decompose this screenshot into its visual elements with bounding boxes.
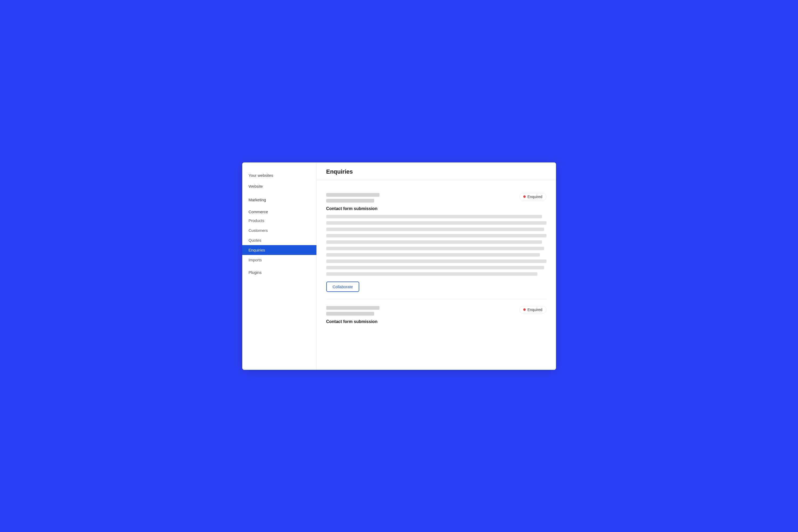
app-window: Your websites Website Marketing Commerce… <box>242 163 556 370</box>
skeleton-content-1 <box>326 215 547 276</box>
skeleton-cl-1-9 <box>326 266 544 269</box>
sidebar-section-top: Your websites Website <box>242 170 317 192</box>
skeleton-cl-1-4 <box>326 234 547 238</box>
skeleton-name-1 <box>326 193 379 197</box>
sidebar-section-plugins: Plugins <box>242 267 317 278</box>
skeleton-cl-1-6 <box>326 247 544 250</box>
content-area: Enquired Contact form submission <box>317 180 556 342</box>
skeleton-cl-1-10 <box>326 272 538 276</box>
skeleton-name-2 <box>326 306 379 310</box>
enquiry-meta-2 <box>326 306 379 316</box>
status-badge-2: Enquired <box>519 306 546 314</box>
sidebar-item-your-websites[interactable]: Your websites <box>242 170 317 181</box>
page-header: Enquiries <box>317 163 556 180</box>
enquiry-meta-1 <box>326 193 379 203</box>
sidebar-item-enquiries[interactable]: Enquiries <box>242 245 317 255</box>
sidebar-section-commerce-label: Commerce <box>242 206 317 216</box>
sidebar-section-marketing-label[interactable]: Marketing <box>242 194 317 204</box>
skeleton-cl-1-7 <box>326 253 540 256</box>
skeleton-cl-1-2 <box>326 221 547 225</box>
skeleton-cl-1-8 <box>326 260 547 263</box>
sidebar-section-commerce: Commerce Products Customers Quotes Enqui… <box>242 206 317 265</box>
enquiry-type-1: Contact form submission <box>326 206 547 211</box>
status-label-2: Enquired <box>527 308 542 312</box>
enquiry-card-1-header: Enquired <box>326 193 547 203</box>
enquiry-card-1: Enquired Contact form submission <box>326 187 547 300</box>
sidebar-item-website[interactable]: Website <box>242 181 317 192</box>
sidebar-item-imports[interactable]: Imports <box>242 255 317 265</box>
sidebar: Your websites Website Marketing Commerce… <box>242 163 317 370</box>
status-dot-2 <box>523 308 526 311</box>
enquiry-card-2-header: Enquired <box>326 306 547 316</box>
enquiry-type-2: Contact form submission <box>326 319 547 324</box>
skeleton-cl-1-5 <box>326 240 542 244</box>
status-dot-1 <box>523 195 526 198</box>
page-title: Enquiries <box>326 168 547 175</box>
skeleton-cl-1-1 <box>326 215 542 218</box>
enquiry-card-2: Enquired Contact form submission <box>326 300 547 335</box>
status-label-1: Enquired <box>527 195 542 199</box>
sidebar-item-plugins[interactable]: Plugins <box>242 267 317 278</box>
sidebar-item-customers[interactable]: Customers <box>242 225 317 235</box>
status-badge-1: Enquired <box>519 193 546 201</box>
skeleton-sub-1 <box>326 199 374 203</box>
sidebar-item-quotes[interactable]: Quotes <box>242 235 317 245</box>
sidebar-item-products[interactable]: Products <box>242 216 317 225</box>
sidebar-section-marketing: Marketing <box>242 194 317 204</box>
main-content: Enquiries Enquired Contact form submissi… <box>317 163 556 370</box>
skeleton-cl-1-3 <box>326 228 544 231</box>
skeleton-sub-2 <box>326 312 374 316</box>
collaborate-button[interactable]: Collaborate <box>326 282 360 292</box>
